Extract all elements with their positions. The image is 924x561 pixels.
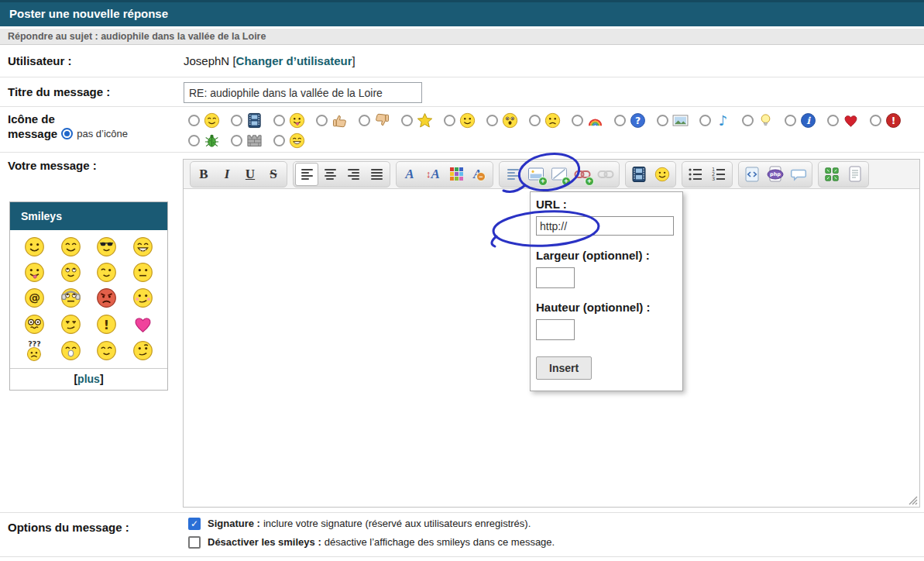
strikethrough-button[interactable]: S: [262, 163, 285, 186]
message-icon-radio[interactable]: [486, 115, 498, 126]
smiley-idea[interactable]: [60, 340, 81, 361]
insert-quote-button[interactable]: [787, 163, 810, 186]
image-height-input[interactable]: [536, 319, 575, 340]
smiley-dizzy[interactable]: [24, 314, 45, 335]
maximize-button[interactable]: [820, 163, 843, 186]
align-justify-button[interactable]: [365, 163, 388, 186]
smiley-neutral[interactable]: [132, 262, 153, 283]
message-icon-radio[interactable]: [614, 115, 626, 126]
message-icon-radio[interactable]: [529, 115, 541, 126]
message-icon-options: ?♪i!: [188, 110, 912, 150]
font-color-button[interactable]: A: [398, 163, 421, 186]
insert-smiley-button[interactable]: [651, 163, 674, 186]
image-url-input[interactable]: [536, 216, 674, 236]
message-icon-option: [486, 112, 529, 129]
message-icon-radio[interactable]: [231, 135, 242, 146]
insert-code-button[interactable]: [740, 163, 764, 186]
option-bold-label: Désactiver les smileys :: [208, 536, 321, 548]
smiley-tongue[interactable]: [24, 262, 45, 283]
smiley-thinking[interactable]: [132, 340, 153, 361]
smiley-frown-icon: [544, 112, 561, 129]
editor-toolbar: BIUSA↕AA−+++123php: [184, 160, 919, 189]
message-icon-radio[interactable]: [231, 115, 242, 126]
message-icon-radio[interactable]: [444, 115, 455, 126]
smiley-rolleyes[interactable]: [60, 262, 81, 283]
message-icon-option: [657, 114, 699, 127]
svg-text:php: php: [770, 171, 781, 177]
message-icon-radio[interactable]: [699, 115, 711, 126]
smiley-at-sign[interactable]: @: [24, 287, 45, 308]
message-title-input[interactable]: [184, 82, 422, 103]
smiley-happy[interactable]: [60, 236, 81, 257]
smiley-skeptical[interactable]: [60, 314, 81, 335]
message-icon-option: [188, 112, 231, 129]
smiley-wink[interactable]: [96, 262, 117, 283]
smiley-confused[interactable]: ???: [24, 339, 45, 362]
smiley-angry[interactable]: [96, 287, 117, 308]
no-icon-radio[interactable]: [61, 128, 73, 139]
insert-image-button[interactable]: +: [524, 163, 548, 186]
smiley-headphones[interactable]: [60, 287, 81, 308]
insert-video-button[interactable]: [627, 163, 651, 186]
message-icon-radio[interactable]: [188, 135, 200, 146]
message-icon-radio[interactable]: [188, 115, 200, 126]
insert-flash-button[interactable]: +: [548, 163, 571, 186]
text-float-button[interactable]: [501, 163, 524, 186]
bold-button[interactable]: B: [192, 163, 215, 186]
color-palette-button[interactable]: [445, 163, 468, 186]
insert-link-button[interactable]: +: [571, 163, 594, 186]
option-row-disable-smileys: Désactiver les smileys :désactive l’affi…: [188, 536, 555, 555]
message-icon-radio[interactable]: [359, 115, 370, 126]
heart-red-icon: [843, 112, 859, 129]
smiley-exclaim-face[interactable]: !: [96, 314, 117, 335]
smileys-more: [plus]: [10, 368, 167, 390]
message-icon-radio[interactable]: [316, 115, 328, 126]
url-label: URL :: [536, 198, 567, 211]
option-checkbox[interactable]: [188, 536, 201, 549]
change-user-link[interactable]: Changer d’utilisateur: [236, 54, 352, 67]
insert-button[interactable]: Insert: [536, 356, 592, 380]
resize-handle-icon[interactable]: [908, 495, 918, 505]
message-options-row: Options du message : Signature :inclure …: [0, 513, 924, 557]
message-icon-radio[interactable]: [572, 115, 583, 126]
smiley-content[interactable]: [96, 340, 117, 361]
smiley-heart-pink[interactable]: [132, 314, 153, 335]
light-bulb-icon: [757, 112, 774, 129]
message-icon-radio[interactable]: [870, 115, 881, 126]
align-right-button[interactable]: [342, 163, 365, 186]
option-description: désactive l’affichage des smileys dans c…: [325, 536, 555, 548]
message-icon-radio[interactable]: [827, 115, 839, 126]
message-icon-radio[interactable]: [742, 115, 754, 126]
align-left-button[interactable]: [295, 163, 318, 186]
message-icon-radio[interactable]: [657, 115, 668, 126]
smiley-biggrin[interactable]: [132, 236, 153, 257]
page-title: Poster une nouvelle réponse: [9, 0, 924, 28]
message-row: Votre message : Smileys @!??? [plus] BIU…: [0, 153, 924, 513]
smileys-more-link[interactable]: plus: [77, 373, 100, 385]
smiley-cool[interactable]: [96, 236, 117, 257]
smileys-panel-title: Smileys: [10, 202, 167, 230]
numbered-list-button[interactable]: 123: [707, 163, 730, 186]
message-icon-radio[interactable]: [273, 115, 285, 126]
option-checkbox[interactable]: [188, 518, 201, 530]
message-icon-radio[interactable]: [273, 135, 285, 146]
question-mark-icon: ?: [630, 112, 646, 129]
user-value: JosephN [Changer d’utilisateur]: [184, 54, 356, 67]
message-icon-option: ♪: [699, 112, 742, 129]
underline-button[interactable]: U: [239, 163, 262, 186]
message-icon-radio[interactable]: [785, 115, 796, 126]
no-icon-label: pas d’icône: [77, 126, 128, 141]
message-icon-option: [827, 112, 870, 129]
insert-php-button[interactable]: php: [764, 163, 787, 186]
message-icon-radio[interactable]: [401, 115, 413, 126]
message-label: Votre message :: [8, 159, 97, 172]
align-center-button[interactable]: [318, 163, 342, 186]
italic-button[interactable]: I: [215, 163, 239, 186]
smiley-blush[interactable]: [132, 287, 153, 308]
smiley-smile[interactable]: [24, 236, 45, 257]
view-source-button[interactable]: [843, 163, 867, 186]
bullet-list-button[interactable]: [684, 163, 707, 186]
font-size-button[interactable]: ↕A: [421, 163, 445, 186]
remove-format-button[interactable]: A−: [468, 163, 491, 186]
image-width-input[interactable]: [536, 267, 575, 288]
